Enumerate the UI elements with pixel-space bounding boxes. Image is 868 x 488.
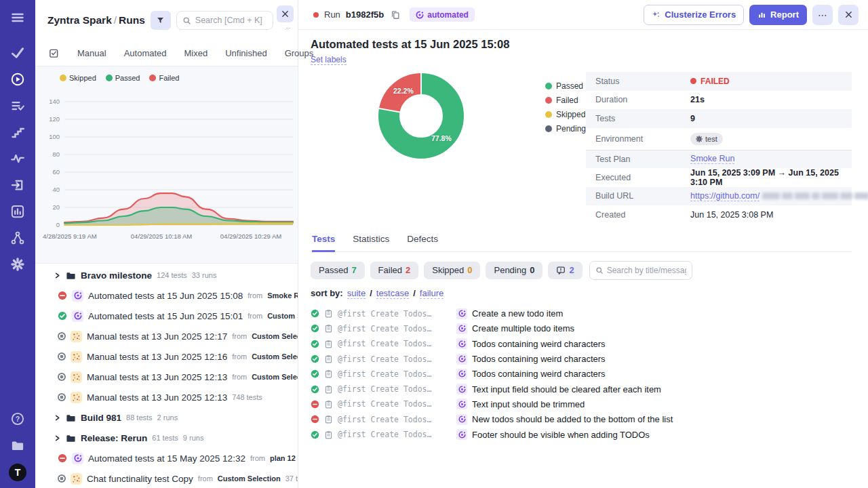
test-title: Todos containing weird characters	[472, 369, 606, 379]
runs-search[interactable]	[176, 11, 273, 30]
run-folder-row[interactable]: Build 981 88 tests 2 runs	[35, 407, 298, 428]
tests-list: @first Create Todos…Create a new todo it…	[311, 306, 852, 443]
failed-filter-chip[interactable]: Failed2	[370, 262, 419, 279]
folder-icon	[66, 270, 76, 281]
robot-icon	[456, 414, 467, 425]
help-icon[interactable]: ?	[9, 411, 26, 427]
test-suite: @first Create Todos…	[338, 430, 452, 439]
tab-tests[interactable]: Tests	[312, 234, 335, 252]
passed-filter-chip[interactable]: Passed7	[311, 262, 365, 279]
test-row[interactable]: @first Create Todos…Create multiple todo…	[311, 321, 852, 336]
robot-icon	[72, 310, 83, 322]
report-button[interactable]: Report	[749, 5, 807, 25]
run-source: Custom Selection	[267, 312, 298, 320]
tests-search[interactable]	[589, 261, 692, 280]
tests-search-input[interactable]	[607, 266, 686, 275]
trend-legend-skipped[interactable]: Skipped	[60, 74, 96, 82]
test-row[interactable]: @first Create Todos…Text input should be…	[311, 396, 852, 411]
chevron-right-icon[interactable]	[54, 415, 61, 421]
sort-by-testcase-link[interactable]: testcase	[376, 288, 409, 299]
pending-filter-chip[interactable]: Pending0	[486, 262, 542, 279]
test-suite: @first Create Todos…	[338, 415, 452, 424]
robot-icon	[416, 11, 424, 19]
app-logo[interactable]: T	[9, 464, 26, 481]
legend-item-passed: Passed	[545, 81, 586, 91]
runs-list-icon[interactable]	[9, 98, 26, 114]
skipped-filter-chip[interactable]: Skipped0	[424, 262, 480, 279]
more-actions-button[interactable]: ⋯	[812, 5, 833, 25]
build-url-link[interactable]: https://github.com/	[690, 191, 760, 201]
run-row[interactable]: Chat functinality test Copy from Custom …	[35, 468, 298, 488]
test-row[interactable]: @first Create Todos…Todos containing wei…	[311, 367, 852, 382]
runs-panel: Zyntra Spark/Runs -̣-̣ Manual Automated …	[35, 0, 298, 488]
test-suite: @first Create Todos…	[338, 384, 452, 394]
comments-filter-chip[interactable]: 2	[548, 262, 582, 279]
filter-button[interactable]	[151, 11, 171, 30]
sort-by-failure-link[interactable]: failure	[420, 288, 443, 299]
tab-manual[interactable]: Manual	[68, 48, 115, 58]
test-title: Todos containing weird characters	[472, 339, 606, 349]
run-title: Manual tests at 13 Jun 2025 12:16	[87, 352, 227, 362]
trend-legend-passed[interactable]: Passed	[106, 74, 140, 82]
failed-status-icon	[311, 400, 319, 409]
from-label: from	[248, 312, 262, 320]
manual-confetti-icon	[71, 331, 82, 342]
panel-close-button[interactable]	[277, 5, 294, 22]
test-row[interactable]: @first Create Todos…Todos containing wei…	[311, 336, 852, 351]
finished-status-icon	[58, 352, 66, 361]
run-row[interactable]: Manual tests at 13 Jun 2025 12:17 from C…	[35, 326, 298, 346]
branch-icon[interactable]	[9, 230, 26, 246]
run-row[interactable]: Automated tests at 15 May 2025 12:32 fro…	[35, 448, 298, 468]
chevron-right-icon[interactable]	[54, 435, 61, 441]
runs-filter-tabs: Manual Automated Mixed Unfinished Groups	[35, 41, 298, 66]
sort-by-suite-link[interactable]: suite	[347, 288, 366, 299]
trend-legend: SkippedPassedFailed	[35, 73, 298, 83]
tab-automated[interactable]: Automated	[115, 48, 176, 58]
play-circle-icon[interactable]	[9, 71, 26, 87]
chevron-right-icon[interactable]	[54, 272, 61, 279]
breadcrumb-project[interactable]: Zyntra Spark	[47, 14, 112, 26]
runs-search-input[interactable]	[195, 16, 267, 25]
run-title: Automated tests at 15 May 2025 12:32	[88, 453, 245, 464]
trend-legend-failed[interactable]: Failed	[149, 74, 179, 82]
run-row[interactable]: Automated tests at 15 Jun 2025 15:01 fro…	[35, 306, 298, 326]
folder-tests-count: 124 tests	[157, 271, 187, 279]
tab-statistics[interactable]: Statistics	[353, 234, 389, 251]
tab-mixed[interactable]: Mixed	[176, 48, 217, 58]
finished-status-icon	[58, 373, 66, 381]
run-row[interactable]: Manual tests at 13 Jun 2025 12:16 from C…	[35, 346, 298, 367]
test-row[interactable]: @first Create Todos…Todos containing wei…	[311, 351, 852, 366]
select-all-icon[interactable]	[49, 48, 59, 58]
settings-gear-icon[interactable]	[9, 256, 26, 272]
donut-legend: Passed Failed Skipped Pending	[545, 72, 586, 224]
test-row[interactable]: @first Create Todos…Footer should be vis…	[311, 427, 852, 442]
pulse-icon[interactable]	[9, 150, 26, 167]
clipboard-icon	[324, 415, 333, 424]
folder-runs-count: 33 runs	[192, 271, 217, 279]
tab-unfinished[interactable]: Unfinished	[216, 48, 275, 58]
run-row[interactable]: Automated tests at 15 Jun 2025 15:08 fro…	[35, 285, 298, 306]
tab-defects[interactable]: Defects	[407, 234, 438, 251]
tab-groups[interactable]: Groups	[276, 48, 323, 58]
run-row[interactable]: Manual tests at 13 Jun 2025 12:13 from C…	[35, 367, 298, 387]
analytics-icon[interactable]	[9, 203, 26, 220]
test-row[interactable]: @first Create Todos…New todos should be …	[311, 412, 852, 427]
hamburger-menu-icon[interactable]	[9, 9, 26, 26]
copy-run-id-button[interactable]	[389, 9, 401, 21]
import-icon[interactable]	[9, 177, 26, 193]
run-folder-row[interactable]: Release: Rerun 61 tests 9 runs	[35, 428, 298, 448]
test-row[interactable]: @first Create Todos…Text input field sho…	[311, 382, 852, 396]
projects-folder-icon[interactable]	[9, 437, 26, 453]
close-run-button[interactable]	[838, 5, 859, 25]
run-row[interactable]: Manual tests at 13 Jun 2025 12:13 748 te…	[35, 387, 298, 407]
check-icon[interactable]	[9, 45, 26, 61]
steps-icon[interactable]	[9, 124, 26, 140]
panel-resize-handle[interactable]: -̣-̣	[286, 24, 291, 30]
svg-text:60: 60	[52, 168, 60, 176]
clusterize-errors-button[interactable]: Clusterize Errors	[644, 5, 744, 25]
run-folder-row[interactable]: Bravo milestone 124 tests 33 runs	[35, 265, 298, 285]
test-row[interactable]: @first Create Todos…Create a new todo it…	[311, 306, 852, 321]
test-title: Footer should be visible when adding TOD…	[472, 430, 650, 440]
folder-runs-count: 9 runs	[183, 434, 204, 442]
test-plan-link[interactable]: Smoke Run	[690, 154, 734, 164]
